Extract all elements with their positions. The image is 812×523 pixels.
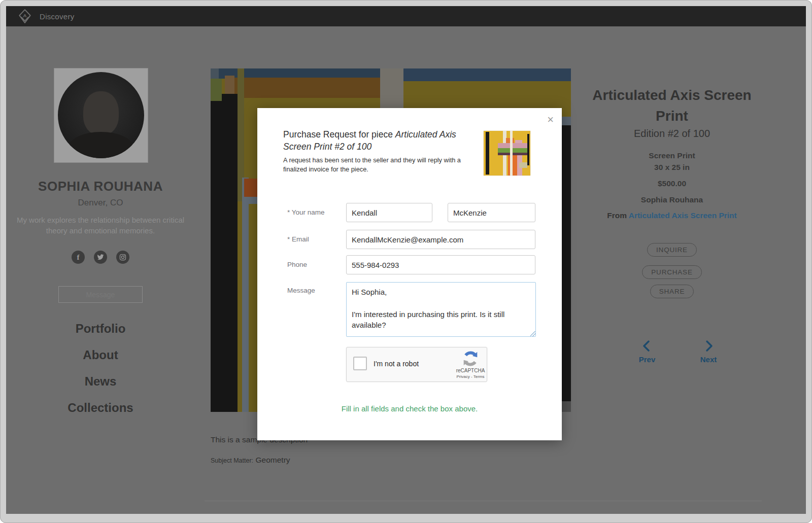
modal-title-prefix: Purchase Request for piece	[283, 129, 395, 140]
form-status-message: Fill in all fields and check the box abo…	[257, 404, 562, 413]
recaptcha-widget: I'm not a robot reCAPTCHA Privacy - Term…	[346, 347, 487, 382]
name-field-label: * Your name	[287, 208, 325, 216]
browser-viewport: A Discovery SOPHIA ROUHANA Denver, CO My…	[6, 6, 806, 514]
recaptcha-logo-icon	[462, 351, 479, 367]
email-field-label: * Email	[287, 235, 309, 243]
modal-subtitle: A request has been sent to the seller an…	[283, 156, 481, 174]
brand-home-link[interactable]: A Discovery	[18, 8, 75, 24]
svg-text:A: A	[23, 13, 27, 18]
recaptcha-brand: reCAPTCHA	[447, 368, 494, 373]
modal-title: Purchase Request for piece Articulated A…	[283, 128, 486, 153]
last-name-input[interactable]	[448, 203, 535, 222]
phone-input[interactable]	[346, 255, 535, 274]
brand-logo-icon: A	[18, 9, 31, 24]
textarea-resize-handle[interactable]	[530, 331, 535, 336]
purchase-request-modal: × Purchase Request for piece Articulated…	[257, 108, 562, 440]
brand-label: Discovery	[40, 12, 75, 21]
first-name-input[interactable]	[346, 203, 432, 222]
close-icon[interactable]: ×	[545, 112, 556, 127]
phone-field-label: Phone	[287, 261, 307, 268]
window-frame: A Discovery SOPHIA ROUHANA Denver, CO My…	[0, 0, 812, 523]
page-content: SOPHIA ROUHANA Denver, CO My work explor…	[6, 26, 806, 514]
recaptcha-label: I'm not a robot	[374, 360, 419, 368]
artwork-thumbnail	[484, 131, 530, 176]
message-field-label: Message	[287, 287, 315, 294]
message-textarea[interactable]: Hi Sophia, I'm interested in purchasing …	[346, 282, 536, 337]
recaptcha-privacy-terms-links[interactable]: Privacy - Terms	[447, 374, 494, 379]
recaptcha-checkbox[interactable]	[353, 357, 367, 370]
top-navigation-bar: A Discovery	[6, 6, 806, 26]
email-input[interactable]	[346, 230, 535, 249]
